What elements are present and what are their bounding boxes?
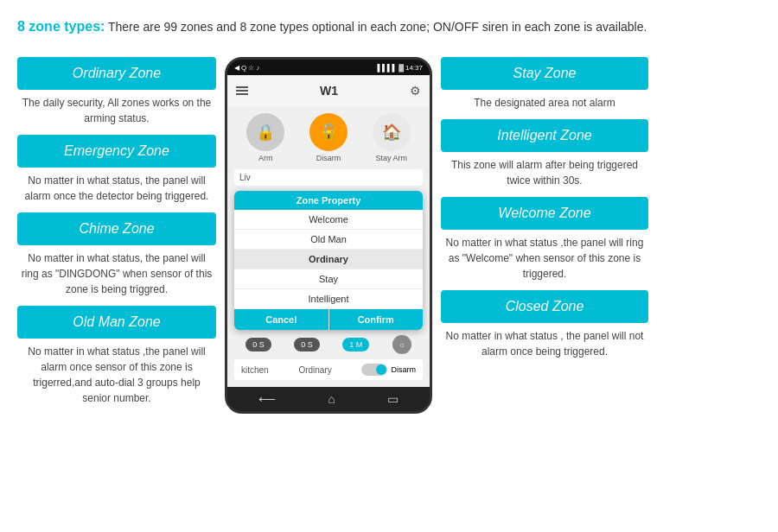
stay-zone-desc: The designated area not alarm	[441, 95, 648, 111]
toggle-switch[interactable]	[361, 364, 387, 376]
closed-zone-card: Closed Zone No matter in what status , t…	[441, 290, 648, 359]
circle-control[interactable]: ○	[392, 335, 411, 354]
oldman-zone-desc: No matter in what status ,the panel will…	[17, 344, 216, 406]
main-layout: Ordinary Zone The daily security, All zo…	[17, 57, 761, 414]
oldman-zone-title: Old Man Zone	[17, 306, 216, 339]
intelligent-zone-desc: This zone will alarm after being trigger…	[441, 157, 648, 188]
nav-recents-icon[interactable]: ▭	[387, 392, 399, 406]
closed-zone-desc: No matter in what status , the panel wil…	[441, 328, 648, 359]
toggle-row: kitchen Ordinary Disarm	[234, 359, 423, 380]
stay-zone-card: Stay Zone The designated area not alarm	[441, 57, 648, 111]
phone-app-header: W1 ⚙	[227, 75, 430, 106]
arm-label: Arm	[258, 154, 273, 162]
arm-button[interactable]: 🔒 Arm	[246, 113, 284, 162]
toggle-knob	[376, 364, 386, 375]
zone-confirm-button[interactable]: Confirm	[329, 309, 424, 330]
zone-item-welcome[interactable]: Welcome	[234, 210, 423, 230]
toggle-zone-type: Ordinary	[298, 365, 331, 375]
status-left-icons: ◀ Q ☆ ♪	[234, 64, 259, 72]
zone-item-intelligent[interactable]: Intelligent	[234, 289, 423, 309]
zone-property-header: Zone Property	[234, 191, 423, 210]
zone-property-modal: Zone Property Welcome Old Man Ordinary S…	[234, 191, 423, 330]
stay-zone-title: Stay Zone	[441, 57, 648, 90]
phone-container: ◀ Q ☆ ♪ ▌▌▌▌ ▓ 14:37 W	[225, 57, 432, 414]
battery-icon: ▓	[399, 64, 404, 72]
arm-buttons-row: 🔒 Arm 🔓 Disarm 🏠 Stay Arm	[234, 113, 423, 162]
phone-nav: ⟵ ⌂ ▭	[227, 387, 430, 411]
toggle-row-label: kitchen	[241, 365, 269, 375]
settings-icon[interactable]: ⚙	[410, 84, 421, 98]
back-icon: ◀	[234, 64, 239, 72]
zone-item-stay[interactable]: Stay	[234, 269, 423, 289]
emergency-zone-desc: No matter in what status, the panel will…	[17, 173, 216, 204]
intelligent-zone-title: Intelligent Zone	[441, 119, 648, 152]
nav-back-icon[interactable]: ⟵	[258, 392, 276, 406]
welcome-zone-card: Welcome Zone No matter in what status ,t…	[441, 197, 648, 282]
stay-arm-label: Stay Arm	[375, 154, 407, 162]
zone-types-label: 8 zone types:	[17, 19, 105, 34]
star-icon: ☆	[248, 64, 254, 72]
emergency-zone-card: Emergency Zone No matter in what status,…	[17, 135, 216, 204]
disarm-button[interactable]: 🔓 Disarm	[309, 113, 348, 162]
arm-circle: 🔒	[246, 113, 284, 151]
phone-body: 🔒 Arm 🔓 Disarm 🏠 Stay Arm	[227, 106, 430, 387]
disarm-label: Disarm	[316, 154, 341, 162]
signal-icon: ▌▌▌▌	[377, 64, 397, 72]
left-column: Ordinary Zone The daily security, All zo…	[17, 57, 216, 406]
chime-zone-title: Chime Zone	[17, 212, 216, 245]
nav-home-icon[interactable]: ⌂	[328, 392, 335, 406]
welcome-zone-desc: No matter in what status ,the panel will…	[441, 235, 648, 282]
phone-mockup: ◀ Q ☆ ♪ ▌▌▌▌ ▓ 14:37 W	[225, 57, 432, 414]
header-text: There are 99 zones and 8 zone types opti…	[108, 20, 647, 34]
ordinary-zone-desc: The daily security, All zones works on t…	[17, 95, 216, 126]
chime-zone-card: Chime Zone No matter in what status, the…	[17, 212, 216, 297]
delay-ctrl-1[interactable]: 0 S	[246, 338, 271, 352]
emergency-zone-title: Emergency Zone	[17, 135, 216, 168]
delay-ctrl-3[interactable]: 1 M	[342, 338, 369, 352]
welcome-zone-title: Welcome Zone	[441, 197, 648, 230]
stay-arm-circle: 🏠	[373, 113, 411, 151]
zone-cancel-button[interactable]: Cancel	[234, 309, 329, 330]
disarm-circle: 🔓	[309, 113, 348, 151]
zone-item-oldman[interactable]: Old Man	[234, 230, 423, 250]
delay-ctrl-2[interactable]: 0 S	[294, 338, 320, 352]
live-section: Liv	[234, 169, 423, 186]
intelligent-zone-card: Intelligent Zone This zone will alarm af…	[441, 119, 648, 188]
search-icon: Q	[241, 64, 246, 72]
zone-property-action-buttons: Cancel Confirm	[234, 309, 423, 330]
stay-arm-button[interactable]: 🏠 Stay Arm	[373, 113, 411, 162]
toggle-disarm[interactable]: Disarm	[361, 364, 416, 376]
small-controls-row: 0 S 0 S 1 M ○	[234, 335, 423, 354]
time-display: 14:37	[405, 64, 423, 72]
app-title: W1	[320, 84, 338, 98]
circle-icon: ○	[399, 340, 405, 350]
ordinary-zone-title: Ordinary Zone	[17, 57, 216, 90]
page-container: 8 zone types: There are 99 zones and 8 z…	[17, 17, 761, 414]
right-column: Stay Zone The designated area not alarm …	[441, 57, 648, 359]
volume-icon: ♪	[256, 64, 259, 72]
ordinary-zone-card: Ordinary Zone The daily security, All zo…	[17, 57, 216, 126]
oldman-zone-card: Old Man Zone No matter in what status ,t…	[17, 306, 216, 406]
hamburger-menu[interactable]	[236, 86, 248, 95]
closed-zone-title: Closed Zone	[441, 290, 648, 323]
phone-status-bar: ◀ Q ☆ ♪ ▌▌▌▌ ▓ 14:37	[227, 60, 430, 75]
live-label: Liv	[239, 173, 251, 182]
status-right-icons: ▌▌▌▌ ▓ 14:37	[377, 64, 423, 72]
header-description: 8 zone types: There are 99 zones and 8 z…	[17, 17, 761, 36]
chime-zone-desc: No matter in what status, the panel will…	[17, 250, 216, 297]
toggle-action-label: Disarm	[391, 365, 416, 374]
zone-item-ordinary[interactable]: Ordinary	[234, 250, 423, 269]
